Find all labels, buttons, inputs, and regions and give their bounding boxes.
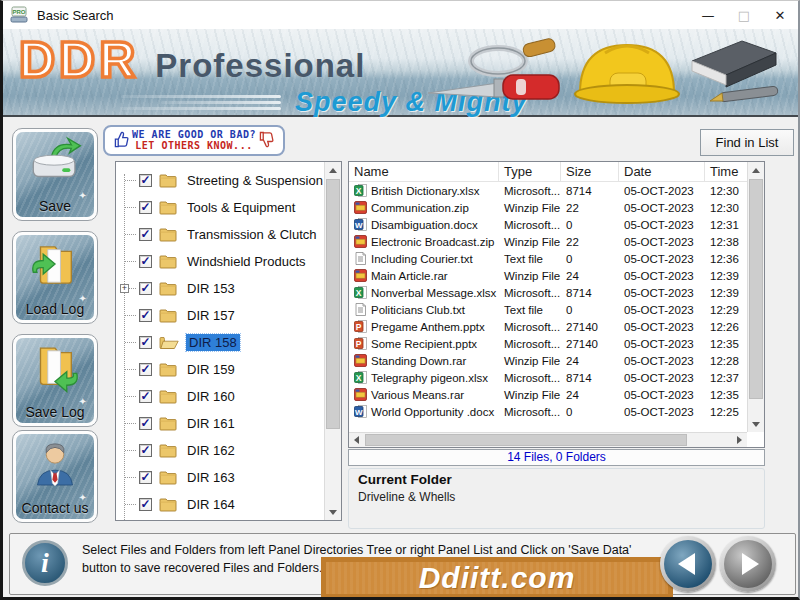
file-name-cell: Main Article.rar: [349, 269, 499, 282]
file-row[interactable]: Communication.zipWinzip File2205-OCT-202…: [349, 199, 747, 216]
tree-item[interactable]: ✓Tools & Equipment: [116, 194, 324, 221]
tree-item-label[interactable]: Windshield Products: [184, 253, 309, 270]
file-row[interactable]: WDisambiguation.docxMicrosoft...005-OCT-…: [349, 216, 747, 233]
feedback-button[interactable]: WE ARE GOOD OR BAD? LET OTHERS KNOW...: [103, 125, 285, 156]
file-size-cell: 24: [561, 270, 619, 282]
tree-item-checkbox[interactable]: ✓: [139, 471, 152, 484]
tree-item-label[interactable]: Tools & Equipment: [184, 199, 298, 216]
file-row[interactable]: Various Means.rarWinzip File2405-OCT-202…: [349, 386, 747, 403]
tree-item-checkbox[interactable]: ✓: [139, 390, 152, 403]
tree-item-label[interactable]: DIR 164: [184, 496, 238, 513]
feedback-line1: WE ARE GOOD OR BAD?: [132, 130, 256, 141]
file-row[interactable]: XNonverbal Message.xlsxMicrosoft...87140…: [349, 284, 747, 301]
winzip-file-icon: [354, 354, 367, 367]
file-size-cell: 24: [561, 389, 619, 401]
tree-item-label[interactable]: DIR 159: [184, 361, 238, 378]
tree-item[interactable]: ✓DIR 158: [116, 329, 324, 356]
tree-item-checkbox[interactable]: ✓: [139, 498, 152, 511]
directory-tree-panel: ✓Streeting & Suspension✓Tools & Equipmen…: [115, 161, 342, 521]
file-row[interactable]: Politicians Club.txtText file005-OCT-202…: [349, 301, 747, 318]
maximize-button[interactable]: □: [726, 1, 762, 29]
tree-item-label[interactable]: Streeting & Suspension: [184, 172, 324, 189]
tree-scrollbar-thumb[interactable]: [326, 179, 340, 429]
tree-item-label[interactable]: DIR 153: [184, 280, 238, 297]
scroll-up-arrow-icon[interactable]: [748, 162, 764, 178]
tree-item-label[interactable]: DIR 158: [186, 334, 240, 351]
tree-item-label[interactable]: DIR 160: [184, 388, 238, 405]
file-list-body: XBritish Dictionary.xlsxMicrosoft...8714…: [349, 182, 747, 432]
tree-vertical-scrollbar[interactable]: [324, 162, 341, 520]
tree-item[interactable]: ✓DIR 160: [116, 383, 324, 410]
arrow-left-icon: [678, 553, 695, 575]
file-row[interactable]: XBritish Dictionary.xlsxMicrosoft...8714…: [349, 182, 747, 199]
header-banner: DDR Professional Speedy & Mighty: [3, 29, 798, 117]
close-button[interactable]: ✕: [762, 1, 798, 29]
tree-item-checkbox[interactable]: ✓: [139, 336, 152, 349]
tree-item[interactable]: ✓DIR 163: [116, 464, 324, 491]
scroll-down-arrow-icon[interactable]: [748, 416, 764, 432]
file-row[interactable]: Standing Down.rarWinzip File2405-OCT-202…: [349, 352, 747, 369]
scroll-left-arrow-icon[interactable]: [349, 433, 364, 447]
file-time-cell: 12:28: [705, 355, 747, 367]
file-row[interactable]: Including Courier.txtText file005-OCT-20…: [349, 250, 747, 267]
next-button[interactable]: [720, 536, 776, 592]
previous-button[interactable]: [660, 536, 716, 592]
tree-item[interactable]: ✓DIR 161: [116, 410, 324, 437]
scroll-right-arrow-icon[interactable]: [732, 433, 747, 447]
save-log-button[interactable]: Save Log ✦: [12, 334, 98, 427]
minimize-button[interactable]: —: [690, 1, 726, 29]
tree-item[interactable]: ✓DIR 164: [116, 491, 324, 518]
scroll-up-arrow-icon[interactable]: [325, 162, 341, 178]
file-list-scrollbar-thumb[interactable]: [749, 179, 763, 399]
tree-item-label[interactable]: DIR 157: [184, 307, 238, 324]
expand-plus-icon[interactable]: +: [120, 284, 129, 293]
file-row[interactable]: XTelegraphy pigeon.xlsxMicrosoft...87140…: [349, 369, 747, 386]
file-list-horizontal-scrollbar[interactable]: [349, 432, 747, 447]
column-header-name[interactable]: Name: [349, 162, 499, 181]
tree-item-label[interactable]: DIR 161: [184, 415, 238, 432]
file-row[interactable]: WWorld Opportunity .docxMicrosoft...005-…: [349, 403, 747, 420]
column-header-type[interactable]: Type: [499, 162, 561, 181]
tree-item-label[interactable]: DIR 163: [184, 469, 238, 486]
tree-item-checkbox[interactable]: ✓: [139, 282, 152, 295]
tree-item[interactable]: ✓Windshield Products: [116, 248, 324, 275]
column-header-time[interactable]: Time: [705, 162, 747, 181]
closed-folder-icon: [159, 201, 177, 215]
file-row[interactable]: Electronic Broadcast.zipWinzip File2205-…: [349, 233, 747, 250]
tree-item[interactable]: +✓DIR 153: [116, 275, 324, 302]
column-header-size[interactable]: Size: [561, 162, 619, 181]
tree-item[interactable]: ✓DIR 165: [116, 518, 324, 520]
column-header-date[interactable]: Date: [619, 162, 705, 181]
find-in-list-button[interactable]: Find in List: [700, 129, 794, 156]
file-list-hscrollbar-thumb[interactable]: [365, 434, 687, 446]
tree-item[interactable]: ✓DIR 157: [116, 302, 324, 329]
tree-item[interactable]: ✓Transmission & Clutch: [116, 221, 324, 248]
tree-item-checkbox[interactable]: ✓: [139, 201, 152, 214]
tree-item-label[interactable]: Transmission & Clutch: [184, 226, 320, 243]
save-button[interactable]: Save ✦: [12, 128, 98, 221]
file-row[interactable]: PPregame Anthem.pptxMicrosoft...2714005-…: [349, 318, 747, 335]
tree-item-label[interactable]: DIR 162: [184, 442, 238, 459]
tree-item-checkbox[interactable]: ✓: [139, 228, 152, 241]
tree-item-checkbox[interactable]: ✓: [139, 255, 152, 268]
closed-folder-icon: [159, 390, 177, 404]
file-date-cell: 05-OCT-2023: [619, 304, 705, 316]
tree-item-checkbox[interactable]: ✓: [139, 174, 152, 187]
closed-folder-icon: [159, 444, 177, 458]
file-size-cell: 0: [561, 253, 619, 265]
tree-item[interactable]: ✓DIR 162: [116, 437, 324, 464]
tree-item-checkbox[interactable]: ✓: [139, 417, 152, 430]
tree-item[interactable]: ✓DIR 159: [116, 356, 324, 383]
file-row[interactable]: Main Article.rarWinzip File2405-OCT-2023…: [349, 267, 747, 284]
tree-item[interactable]: ✓Streeting & Suspension: [116, 167, 324, 194]
tree-item-checkbox[interactable]: ✓: [139, 309, 152, 322]
scroll-down-arrow-icon[interactable]: [325, 504, 341, 520]
tree-item-checkbox[interactable]: ✓: [139, 363, 152, 376]
file-list-panel: NameTypeSizeDateTime XBritish Dictionary…: [348, 161, 765, 448]
ppt-file-icon: P: [354, 320, 367, 333]
load-log-button[interactable]: Load Log ✦: [12, 231, 98, 324]
tree-item-checkbox[interactable]: ✓: [139, 444, 152, 457]
contact-us-button[interactable]: Contact us ✦: [12, 430, 98, 523]
file-list-vertical-scrollbar[interactable]: [747, 162, 764, 432]
file-row[interactable]: PSome Recipient.pptxMicrosoft...2714005-…: [349, 335, 747, 352]
